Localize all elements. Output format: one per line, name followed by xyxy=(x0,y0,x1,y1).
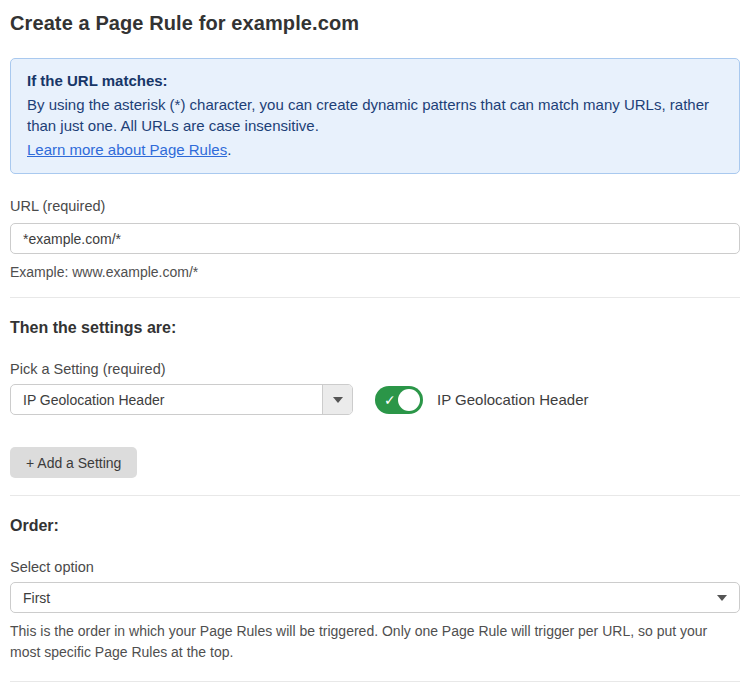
divider xyxy=(10,681,740,682)
link-period: . xyxy=(227,141,231,158)
create-page-rule-form: Create a Page Rule for example.com If th… xyxy=(0,0,750,687)
setting-select-caret-button[interactable] xyxy=(322,385,352,414)
url-matches-info-box: If the URL matches: By using the asteris… xyxy=(10,58,740,174)
divider xyxy=(10,495,740,496)
info-box-link-line: Learn more about Page Rules. xyxy=(27,139,723,161)
url-example-text: Example: www.example.com/* xyxy=(10,262,740,282)
ip-geolocation-toggle-group: ✓ IP Geolocation Header xyxy=(375,386,589,414)
setting-select-value: IP Geolocation Header xyxy=(11,385,322,414)
add-setting-button[interactable]: + Add a Setting xyxy=(10,447,137,478)
page-title: Create a Page Rule for example.com xyxy=(10,12,740,35)
chevron-down-icon xyxy=(717,595,727,601)
setting-select[interactable]: IP Geolocation Header xyxy=(10,384,353,415)
info-box-heading: If the URL matches: xyxy=(27,70,723,92)
settings-section-heading: Then the settings are: xyxy=(10,319,740,337)
setting-row: IP Geolocation Header ✓ IP Geolocation H… xyxy=(10,384,740,415)
toggle-knob xyxy=(398,389,420,411)
url-field-label: URL (required) xyxy=(10,198,740,214)
toggle-label: IP Geolocation Header xyxy=(437,391,589,408)
info-box-body: By using the asterisk (*) character, you… xyxy=(27,94,717,137)
select-option-label: Select option xyxy=(10,559,740,575)
url-input[interactable] xyxy=(10,223,740,254)
pick-setting-label: Pick a Setting (required) xyxy=(10,361,740,377)
order-select-value: First xyxy=(23,590,717,606)
chevron-down-icon xyxy=(333,397,343,403)
ip-geolocation-toggle[interactable]: ✓ xyxy=(375,386,423,414)
order-help-text: This is the order in which your Page Rul… xyxy=(10,621,730,663)
divider xyxy=(10,297,740,298)
order-select[interactable]: First xyxy=(10,582,740,613)
learn-more-link[interactable]: Learn more about Page Rules xyxy=(27,141,227,158)
check-icon: ✓ xyxy=(384,392,396,406)
order-section-heading: Order: xyxy=(10,517,740,535)
